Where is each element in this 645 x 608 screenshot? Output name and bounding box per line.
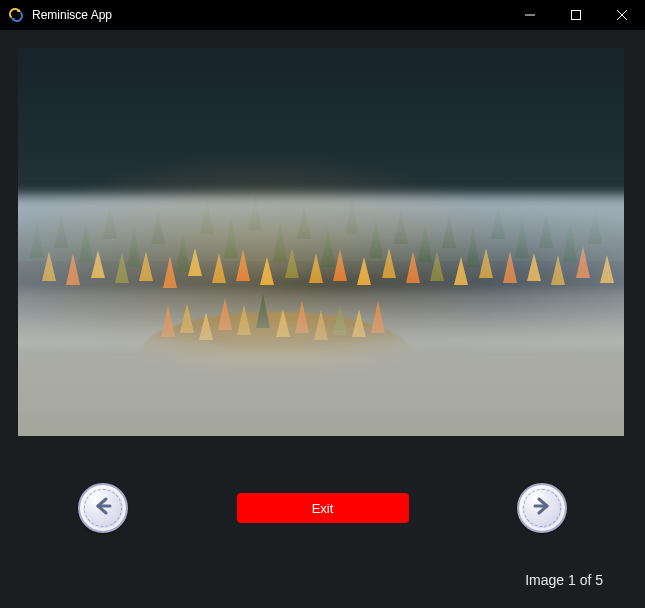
controls-row: Exit bbox=[0, 478, 645, 538]
arrow-left-icon bbox=[91, 494, 115, 522]
maximize-button[interactable] bbox=[553, 0, 599, 30]
window-title: Reminisce App bbox=[32, 8, 507, 22]
close-button[interactable] bbox=[599, 0, 645, 30]
exit-button-label: Exit bbox=[312, 501, 334, 516]
window-controls bbox=[507, 0, 645, 30]
next-button[interactable] bbox=[517, 483, 567, 533]
exit-button[interactable]: Exit bbox=[237, 493, 409, 523]
minimize-button[interactable] bbox=[507, 0, 553, 30]
image-display bbox=[18, 48, 624, 436]
svg-rect-3 bbox=[572, 11, 581, 20]
image-counter: Image 1 of 5 bbox=[525, 572, 603, 588]
app-icon bbox=[8, 7, 24, 23]
previous-button[interactable] bbox=[78, 483, 128, 533]
content-area: Exit Image 1 of 5 bbox=[0, 30, 645, 608]
titlebar: Reminisce App bbox=[0, 0, 645, 30]
arrow-right-icon bbox=[530, 494, 554, 522]
